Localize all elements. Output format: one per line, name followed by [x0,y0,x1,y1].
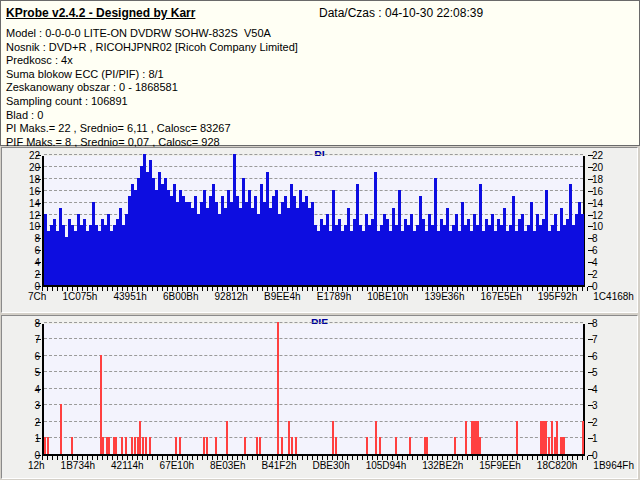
axis-tick [588,215,593,216]
x-axis-label: 42114h [111,460,144,471]
pif-bar [516,421,518,454]
y-axis-label: 2 [592,270,598,280]
y-axis-label: 1 [34,434,40,444]
bar-series [44,156,583,285]
pif-y-axis-left: 012345678 [10,324,40,456]
x-axis-label: 1B734h [61,460,95,471]
pif-bar [256,437,258,454]
y-axis-label: 7 [34,335,40,345]
y-axis-label: 12 [592,211,603,221]
x-axis-label: B9EE4h [264,291,301,302]
pif-bar [226,421,228,454]
x-axis-label: 15F9EEh [479,460,521,471]
pif-plot-area [42,324,585,456]
x-axis-label: 139E36h [424,291,464,302]
y-axis-label: 14 [592,199,603,209]
y-axis-label: 10 [29,222,40,232]
pi-plot-area [42,156,585,287]
y-axis-label: 6 [34,246,40,256]
pif-bar [179,437,181,454]
axis-tick [36,405,41,406]
axis-tick [588,323,593,324]
y-axis-label: 4 [592,385,598,395]
axis-tick [588,167,593,168]
pif-bar [295,437,297,454]
y-axis-label: 2 [34,418,40,428]
y-axis-label: 2 [592,418,598,428]
pi-x-axis-labels: 7Ch1C075h43951h6B00Bh92812hB9EE4hE1789h1… [28,291,634,302]
axis-tick [588,179,593,180]
axis-tick [588,422,593,423]
app-title: KProbe v2.4.2 - Designed by Karr [6,6,195,20]
x-axis-label: 12h [28,460,45,471]
info-line: Nosnik : DVD+R , RICOHJPNR02 [Ricoh Comp… [6,41,298,55]
x-axis-label: DBE30h [312,460,349,471]
axis-tick [36,286,41,287]
y-axis-label: 12 [29,211,40,221]
y-axis-label: 8 [592,319,598,329]
axis-tick [36,455,41,456]
pi-y-axis-left: 0246810121416182022 [10,156,40,287]
pif-y-axis-right: 012345678 [592,324,622,456]
info-line: PI Maks.= 22 , Srednio= 6,11 , Calosc= 8… [6,122,298,136]
y-axis-label: 4 [34,385,40,395]
pif-bar [102,437,104,454]
pif-bar [145,437,147,454]
pi-y-axis-right: 0246810121416182022 [592,156,622,287]
axis-tick [588,250,593,251]
x-axis-label: 167E5Eh [481,291,522,302]
y-axis-label: 3 [592,401,598,411]
gridline [44,371,583,372]
axis-tick [588,405,593,406]
gridline [44,388,583,389]
y-axis-label: 6 [592,246,598,256]
x-axis-label: 6B00Bh [163,291,199,302]
pif-bar [288,421,290,454]
info-line: Zeskanowany obszar : 0 - 1868581 [6,81,298,95]
pif-bar [203,437,205,454]
pif-bar [454,437,456,454]
pif-bar [548,437,550,454]
pif-bar [409,437,411,454]
pif-chart-panel: PIF 012345678 012345678 12h1B734h42114h6… [1,315,638,479]
pif-bar [149,437,151,454]
pif-bar [375,421,377,454]
pi-chart-panel: PI 0246810121416182022 02468101214161820… [1,147,638,313]
info-line: Predkosc : 4x [6,54,298,68]
axis-tick [588,226,593,227]
y-axis-label: 20 [29,163,40,173]
pif-bar [551,421,553,454]
axis-tick [588,262,593,263]
axis-tick [36,155,41,156]
pif-bar [60,404,62,454]
pif-bar [560,437,565,454]
pif-bar [479,437,481,454]
x-axis-label: 132BE2h [422,460,463,471]
kprobe-window: KProbe v2.4.2 - Designed by Karr Data/Cz… [0,0,640,480]
pif-bar [108,437,110,454]
pif-bar [379,437,381,454]
y-axis-label: 18 [29,175,40,185]
axis-tick [36,167,41,168]
axis-tick [36,422,41,423]
axis-tick [36,203,41,204]
pif-bar [142,437,144,454]
y-axis-label: 5 [34,368,40,378]
gridline [44,154,583,155]
axis-tick [36,323,41,324]
axis-tick [588,286,593,287]
x-axis-label: 8E03Eh [210,460,246,471]
axis-tick [36,356,41,357]
axis-tick [588,339,593,340]
axis-tick [588,274,593,275]
axis-tick [588,356,593,357]
pi-bar [581,214,584,285]
y-axis-label: 16 [29,187,40,197]
pif-bar [206,437,208,454]
gridline [44,421,583,422]
pif-bar [471,421,479,454]
y-axis-label: 2 [34,270,40,280]
pif-bar [139,421,141,454]
x-axis-label: 195F92h [538,291,577,302]
axis-tick [36,389,41,390]
